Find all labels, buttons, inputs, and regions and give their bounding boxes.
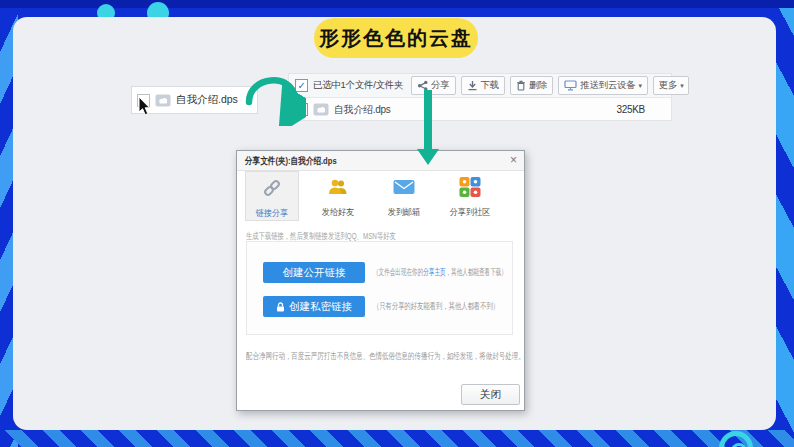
file-row[interactable]: ✓ 自我介绍.dps 325KB [289,98,671,121]
down-arrow-head [417,149,439,165]
down-arrow-shaft [424,90,432,150]
tab-share-to-community[interactable]: 分享到社区 [443,171,497,221]
public-note-prefix: （文件会出现在你的 [373,267,423,277]
cloud-file-icon [155,94,171,107]
caret-down-icon: ▾ [680,82,683,89]
tab-send-to-friends-label: 发给好友 [314,206,363,219]
push-to-device-button[interactable]: 推送到云设备 ▾ [558,76,647,95]
close-icon[interactable]: × [510,153,517,167]
mail-icon [393,177,415,197]
community-grid-icon [459,177,481,197]
link-options-box: 创建公开链接 （文件会出现在你的分享主页，其他人都能查看下载） 创建私密链接 （… [246,241,513,335]
more-button[interactable]: 更多 ▾ [653,76,690,95]
tab-send-to-email-label: 发到邮箱 [380,206,429,219]
create-private-link-button[interactable]: 创建私密链接 [263,296,365,317]
tab-send-to-friends[interactable]: 发给好友 [311,171,365,221]
curved-arrow [242,68,306,126]
public-link-note: （文件会出现在你的分享主页，其他人都能查看下载） [373,266,507,279]
push-to-device-label: 推送到云设备 [580,79,635,92]
cloud-file-icon [313,103,329,116]
slide-title: 形形色色的云盘 [319,25,473,52]
dialog-titlebar: 分享文件(夹):自我介绍.dps × [237,151,524,171]
share-dialog: 分享文件(夹):自我介绍.dps × 链接分享 发给好友 [236,150,525,411]
download-button[interactable]: 下载 [461,76,505,95]
more-button-label: 更多 [659,79,677,92]
share-homepage-link[interactable]: 分享主页 [423,267,445,277]
download-button-label: 下载 [481,79,499,92]
selection-count-text: 已选中1个文件/文件夹 [313,79,403,92]
tab-link-share[interactable]: 链接分享 [245,171,299,221]
share-button-label: 分享 [431,79,449,92]
dialog-close-button-label: 关闭 [480,388,501,402]
selection-toolbar: ✓ 已选中1个文件/文件夹 分享 下载 [289,74,671,98]
dialog-close-button[interactable]: 关闭 [461,384,520,405]
lock-icon [276,302,285,312]
link-icon [261,178,283,198]
delete-button[interactable]: 删除 [510,76,553,95]
stripe-decoration-bottom [0,430,794,447]
file-chip-label: 自我介绍.dps [176,93,238,107]
device-screen-icon [564,80,577,91]
friends-icon [327,177,349,197]
cloud-file-panel: ✓ 已选中1个文件/文件夹 分享 下载 [288,73,672,121]
tab-link-share-label: 链接分享 [249,207,296,220]
create-public-link-button[interactable]: 创建公开链接 [263,262,365,283]
tab-send-to-email[interactable]: 发到邮箱 [377,171,431,221]
slide-title-badge: 形形色色的云盘 [314,18,478,58]
delete-button-label: 删除 [529,79,547,92]
share-button[interactable]: 分享 [411,76,455,95]
file-size: 325KB [616,104,645,115]
create-private-link-label: 创建私密链接 [289,300,352,314]
download-icon [467,80,478,91]
disclaimer-text: 配合净网行动，百度云严厉打击不良信息、色情低俗信息的传播行为，如经发现，将做封号… [246,350,525,363]
mouse-cursor-icon [138,96,152,116]
private-link-note: （只有分享的好友能看到，其他人都看不到） [373,300,499,313]
trash-icon [516,80,526,91]
public-note-suffix: ，其他人都能查看下载） [446,267,507,277]
tab-share-to-community-label: 分享到社区 [446,206,495,219]
caret-down-icon: ▾ [639,82,642,89]
dialog-title: 分享文件(夹):自我介绍.dps [245,151,337,170]
create-public-link-label: 创建公开链接 [283,266,346,280]
top-strip-decoration [0,0,794,8]
slide-canvas: 形形色色的云盘 自我介绍.dps ✓ 已选中1个文件/文件夹 分享 [0,0,794,447]
file-row-label: 自我介绍.dps [334,103,391,117]
